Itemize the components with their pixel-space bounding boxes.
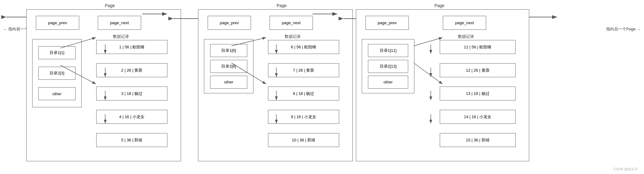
- page2-box: page_prev page_next 数据记录 目录1[6] 目录2[8] o…: [198, 9, 353, 161]
- page2-rec2: 7 | 26 | 黄蓉: [268, 63, 339, 77]
- page1-rec4: 4 | 16 | 小龙女: [96, 110, 167, 124]
- page1-rec3: 3 | 18 | 杨过: [96, 87, 167, 100]
- page3-next: page_next: [443, 16, 486, 30]
- page3-rec2: 12 | 26 | 黄蓉: [440, 63, 516, 77]
- page3-rec5: 15 | 36 | 郭靖: [440, 133, 516, 147]
- page1-next: page_next: [98, 16, 141, 30]
- page2-next: page_next: [270, 16, 313, 30]
- page1-box: page_prev page_next 数据记录 目录1[1] 目录2[3] o…: [26, 9, 181, 161]
- right-arrow-icon: →: [637, 27, 641, 32]
- page2-dir2: 目录2[8]: [210, 60, 247, 73]
- page1-dir1: 目录1[1]: [38, 46, 76, 59]
- page1-dir3: other: [38, 87, 76, 100]
- page1-data-label: 数据记录: [99, 34, 143, 39]
- page1-label: Page: [42, 3, 178, 8]
- page3-rec4: 14 | 16 | 小龙女: [440, 110, 516, 124]
- page3-label: Page: [362, 3, 517, 8]
- page2-rec1: 6 | 56 | 欧阳锋: [268, 40, 339, 54]
- page2-dir3: other: [210, 76, 247, 89]
- page1-rec1: 1 | 56 | 欧阳锋: [96, 40, 167, 54]
- page3-box: page_prev page_next 数据记录 目录1[11] 目录2[13]…: [356, 9, 529, 161]
- left-arrow-icon: ←: [3, 27, 7, 32]
- page3-rec3: 13 | 18 | 杨过: [440, 87, 516, 100]
- page3-data-label: 数据记录: [444, 34, 488, 39]
- page2-rec4: 9 | 16 | 小龙女: [268, 110, 339, 124]
- diagram-container: ← 指向前一个Page 指向后一个Page → Page page_prev p…: [0, 0, 644, 174]
- page2-dir1: 目录1[6]: [210, 44, 247, 57]
- page3-dir-section: 目录1[11] 目录2[13] other: [362, 39, 414, 93]
- page2-rec5: 10 | 36 | 郭靖: [268, 133, 339, 147]
- page2-prev: page_prev: [208, 16, 251, 30]
- watermark: CSDN @先头字: [614, 167, 638, 172]
- page1-rec5: 5 | 36 | 郭靖: [96, 133, 167, 147]
- page2-label: Page: [214, 3, 350, 8]
- page2-rec3: 8 | 18 | 杨过: [268, 87, 339, 100]
- page1-dir-section: 目录1[1] 目录2[3] other: [32, 39, 82, 107]
- page1-prev: page_prev: [36, 16, 79, 30]
- page3-prev: page_prev: [365, 16, 409, 30]
- page3-dir2: 目录2[13]: [368, 60, 408, 73]
- right-page-label: 指向后一个Page →: [606, 26, 641, 32]
- page3-dir1: 目录1[11]: [368, 44, 408, 57]
- page2-dir-section: 目录1[6] 目录2[8] other: [204, 39, 253, 93]
- page2-data-label: 数据记录: [271, 34, 314, 39]
- page3-dir3: other: [368, 76, 408, 89]
- page3-rec1: 11 | 56 | 欧阳锋: [440, 40, 516, 54]
- page1-dir2: 目录2[3]: [38, 67, 76, 80]
- page1-rec2: 2 | 26 | 黄蓉: [96, 63, 167, 77]
